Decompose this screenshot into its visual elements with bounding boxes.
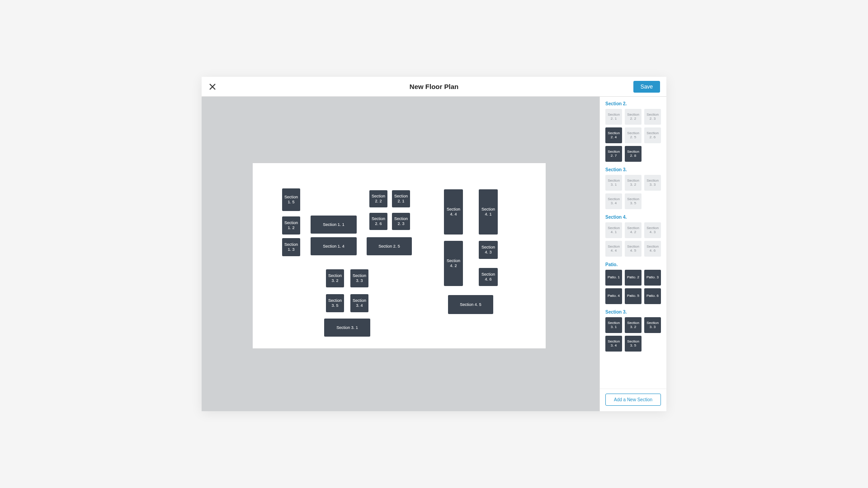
floor-table[interactable]: Section 3. 3 [350, 269, 368, 287]
close-button[interactable] [208, 82, 217, 91]
floor-plan-modal: New Floor Plan Save Section 1. 5Section … [202, 77, 666, 411]
table-tile[interactable]: Section 3. 2 [625, 317, 642, 333]
floor-table[interactable]: Section 1. 4 [311, 237, 357, 255]
modal-title: New Floor Plan [410, 83, 458, 90]
table-tile[interactable]: Section 4. 6 [644, 241, 661, 257]
floor-table[interactable]: Section 2. 6 [369, 213, 387, 230]
floor-table[interactable]: Section 3. 4 [350, 294, 368, 312]
table-tile[interactable]: Section 3. 5 [625, 336, 642, 352]
table-tile[interactable]: Patio. 4 [605, 288, 622, 304]
floor-table[interactable]: Section 2. 5 [367, 237, 412, 255]
add-section-button[interactable]: Add a New Section [605, 394, 661, 406]
section-group: Section 4.Section 4. 1Section 4. 2Sectio… [605, 215, 661, 257]
tile-grid: Section 3. 1Section 3. 2Section 3. 3Sect… [605, 317, 661, 352]
floor-table[interactable]: Section 3. 2 [326, 269, 344, 287]
floor-table[interactable]: Section 1. 2 [282, 216, 300, 235]
floor-table[interactable]: Section 3. 1 [324, 319, 370, 337]
floor-surface[interactable]: Section 1. 5Section 1. 2Section 1. 3Sect… [253, 163, 546, 348]
table-tile[interactable]: Section 2. 6 [644, 127, 661, 143]
table-tile[interactable]: Section 4. 5 [625, 241, 642, 257]
table-tile[interactable]: Patio. 6 [644, 288, 661, 304]
modal-header: New Floor Plan Save [202, 77, 666, 97]
floor-table[interactable]: Section 4. 6 [479, 268, 498, 286]
table-tile[interactable]: Section 2. 7 [605, 146, 622, 162]
floor-table[interactable]: Section 4. 5 [448, 295, 493, 314]
table-tile[interactable]: Section 4. 2 [625, 222, 642, 238]
table-tile[interactable]: Section 2. 1 [605, 109, 622, 125]
section-group: Section 2.Section 2. 1Section 2. 2Sectio… [605, 101, 661, 162]
table-tile[interactable]: Patio. 1 [605, 270, 622, 286]
floor-table[interactable]: Section 2. 1 [392, 190, 410, 207]
section-group: Section 3.Section 3. 1Section 3. 2Sectio… [605, 167, 661, 209]
sidebar-footer: Add a New Section [600, 389, 666, 411]
floor-table[interactable]: Section 1. 3 [282, 238, 300, 256]
floor-table[interactable]: Section 4. 2 [444, 241, 463, 286]
floor-table[interactable]: Section 4. 4 [444, 189, 463, 235]
section-title[interactable]: Section 3. [605, 310, 661, 314]
tile-grid: Section 4. 1Section 4. 2Section 4. 3Sect… [605, 222, 661, 257]
table-tile[interactable]: Section 2. 5 [625, 127, 642, 143]
table-tile[interactable]: Section 2. 8 [625, 146, 642, 162]
table-tile[interactable]: Section 2. 4 [605, 127, 622, 143]
save-button[interactable]: Save [633, 81, 660, 93]
floor-table[interactable]: Section 4. 3 [479, 241, 498, 259]
section-title[interactable]: Section 3. [605, 167, 661, 172]
table-tile[interactable]: Section 3. 2 [625, 175, 642, 191]
table-tile[interactable]: Section 4. 1 [605, 222, 622, 238]
floor-table[interactable]: Section 1. 5 [282, 188, 300, 211]
sidebar-scroll[interactable]: Section 2.Section 2. 1Section 2. 2Sectio… [600, 97, 666, 389]
floor-table[interactable]: Section 1. 1 [311, 216, 357, 234]
table-tile[interactable]: Patio. 5 [625, 288, 642, 304]
tile-grid: Patio. 1Patio. 2Patio. 3Patio. 4Patio. 5… [605, 270, 661, 304]
tile-grid: Section 2. 1Section 2. 2Section 2. 3Sect… [605, 109, 661, 162]
table-tile[interactable]: Section 2. 2 [625, 109, 642, 125]
tile-grid: Section 3. 1Section 3. 2Section 3. 3Sect… [605, 175, 661, 209]
floor-canvas[interactable]: Section 1. 5Section 1. 2Section 1. 3Sect… [202, 97, 599, 411]
floor-table[interactable]: Section 3. 5 [326, 294, 344, 312]
sidebar: Section 2.Section 2. 1Section 2. 2Sectio… [599, 97, 666, 411]
table-tile[interactable]: Section 3. 5 [625, 193, 642, 209]
floor-table[interactable]: Section 4. 1 [479, 189, 498, 235]
section-title[interactable]: Section 4. [605, 215, 661, 220]
table-tile[interactable]: Section 3. 1 [605, 317, 622, 333]
section-group: Section 3.Section 3. 1Section 3. 2Sectio… [605, 310, 661, 352]
table-tile[interactable]: Section 3. 3 [644, 175, 661, 191]
section-group: Patio.Patio. 1Patio. 2Patio. 3Patio. 4Pa… [605, 262, 661, 304]
table-tile[interactable]: Section 3. 4 [605, 193, 622, 209]
table-tile[interactable]: Section 2. 3 [644, 109, 661, 125]
table-tile[interactable]: Patio. 3 [644, 270, 661, 286]
modal-body: Section 1. 5Section 1. 2Section 1. 3Sect… [202, 97, 666, 411]
section-title[interactable]: Patio. [605, 262, 661, 267]
table-tile[interactable]: Section 3. 1 [605, 175, 622, 191]
table-tile[interactable]: Patio. 2 [625, 270, 642, 286]
table-tile[interactable]: Section 4. 3 [644, 222, 661, 238]
floor-table[interactable]: Section 2. 2 [369, 190, 387, 207]
table-tile[interactable]: Section 3. 4 [605, 336, 622, 352]
floor-table[interactable]: Section 2. 3 [392, 213, 410, 230]
section-title[interactable]: Section 2. [605, 101, 661, 106]
table-tile[interactable]: Section 3. 3 [644, 317, 661, 333]
table-tile[interactable]: Section 4. 4 [605, 241, 622, 257]
close-icon [209, 83, 216, 90]
